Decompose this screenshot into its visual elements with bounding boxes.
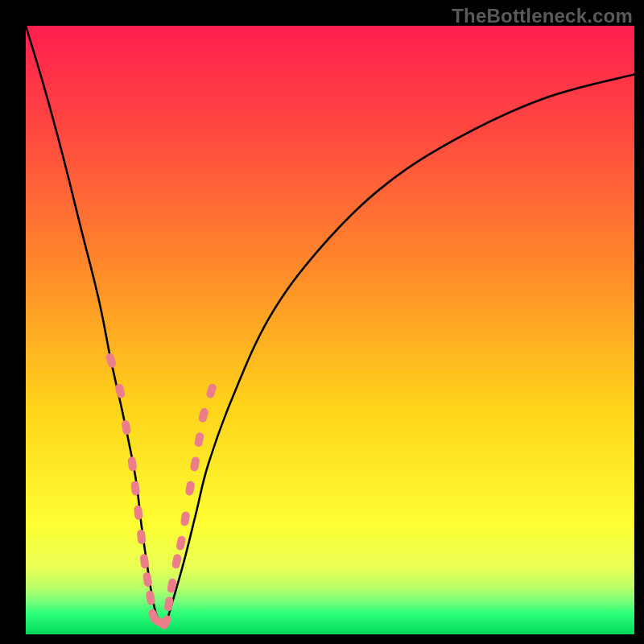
plot-area xyxy=(26,26,634,634)
gradient-band xyxy=(26,568,634,588)
gradient-band xyxy=(26,613,634,634)
gradient-band xyxy=(26,403,634,525)
watermark-label: TheBottleneck.com xyxy=(452,5,633,27)
gradient-band xyxy=(26,26,634,135)
chart-frame: TheBottleneck.com xyxy=(0,0,644,644)
gradient-band xyxy=(26,135,634,269)
gradient-band xyxy=(26,269,634,402)
gradient-band xyxy=(26,588,634,601)
severity-gradient xyxy=(26,26,634,634)
gradient-band xyxy=(26,601,634,613)
gradient-band xyxy=(26,525,634,568)
